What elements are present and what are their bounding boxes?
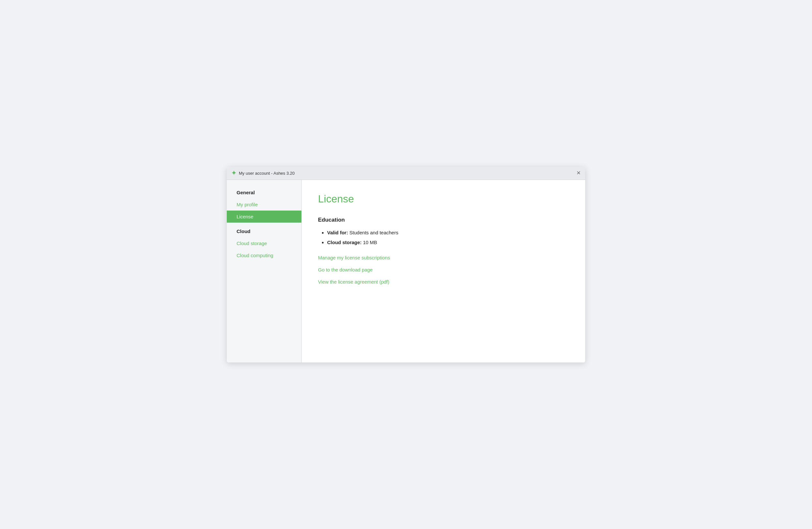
bullet-label-cloud-storage: Cloud storage:	[327, 240, 362, 245]
download-page-link[interactable]: Go to the download page	[318, 267, 569, 272]
sidebar-item-cloud-computing[interactable]: Cloud computing	[227, 249, 301, 261]
sidebar-general-label: General	[227, 190, 301, 199]
window-body: General My profile License Cloud Cloud s…	[227, 180, 585, 362]
sidebar-cloud-label: Cloud	[227, 228, 301, 237]
license-agreement-link[interactable]: View the license agreement (pdf)	[318, 279, 569, 285]
page-title: License	[318, 193, 569, 205]
titlebar-title: My user account - Ashes 3.20	[239, 171, 294, 176]
list-item-cloud-storage: Cloud storage: 10 MB	[327, 239, 569, 246]
manage-subscriptions-link[interactable]: Manage my license subscriptions	[318, 255, 569, 260]
bullet-label-valid-for: Valid for:	[327, 230, 348, 235]
section-heading: Education	[318, 217, 569, 223]
app-window: ✦ My user account - Ashes 3.20 ✕ General…	[227, 167, 585, 362]
titlebar: ✦ My user account - Ashes 3.20 ✕	[227, 167, 585, 180]
list-item-valid-for: Valid for: Students and teachers	[327, 229, 569, 237]
sidebar-item-license[interactable]: License	[227, 211, 301, 223]
sidebar-item-cloud-storage[interactable]: Cloud storage	[227, 237, 301, 249]
sidebar: General My profile License Cloud Cloud s…	[227, 180, 302, 362]
app-logo-icon: ✦	[231, 170, 236, 177]
titlebar-left: ✦ My user account - Ashes 3.20	[231, 170, 294, 177]
bullet-value-valid-for: Students and teachers	[349, 230, 398, 235]
bullet-value-cloud-storage: 10 MB	[363, 240, 377, 245]
bullet-list: Valid for: Students and teachers Cloud s…	[318, 229, 569, 246]
sidebar-item-my-profile[interactable]: My profile	[227, 199, 301, 211]
close-button[interactable]: ✕	[576, 170, 581, 176]
main-content: License Education Valid for: Students an…	[302, 180, 585, 362]
